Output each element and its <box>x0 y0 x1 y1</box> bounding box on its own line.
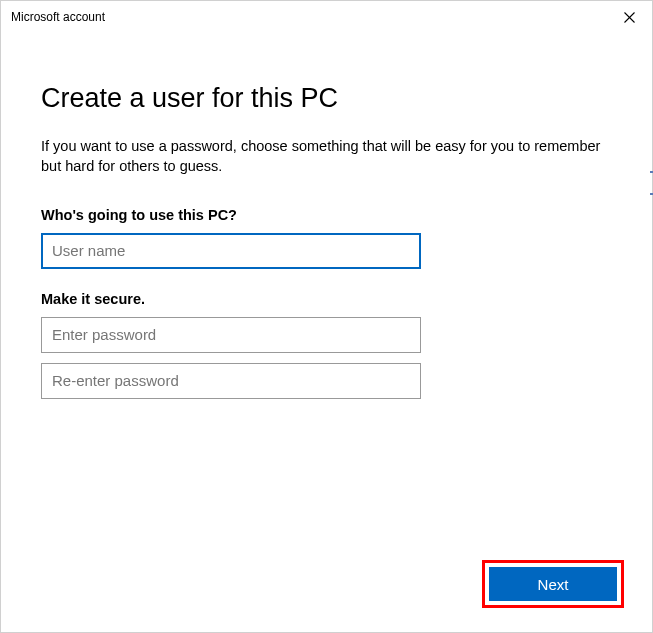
microsoft-account-window: Microsoft account Create a user for this… <box>0 0 653 633</box>
page-description: If you want to use a password, choose so… <box>41 136 612 177</box>
close-icon <box>624 12 635 23</box>
titlebar: Microsoft account <box>1 1 652 33</box>
password-label: Make it secure. <box>41 291 612 307</box>
content-area: Create a user for this PC If you want to… <box>1 33 652 409</box>
reenter-password-input[interactable] <box>41 363 421 399</box>
next-button[interactable]: Next <box>489 567 617 601</box>
username-section: Who's going to use this PC? <box>41 207 612 269</box>
password-input[interactable] <box>41 317 421 353</box>
window-title: Microsoft account <box>11 10 105 24</box>
username-label: Who's going to use this PC? <box>41 207 612 223</box>
close-button[interactable] <box>606 1 652 33</box>
password-section: Make it secure. <box>41 291 612 409</box>
next-button-highlight: Next <box>482 560 624 608</box>
footer: Next <box>482 560 624 608</box>
username-input[interactable] <box>41 233 421 269</box>
page-title: Create a user for this PC <box>41 83 612 114</box>
